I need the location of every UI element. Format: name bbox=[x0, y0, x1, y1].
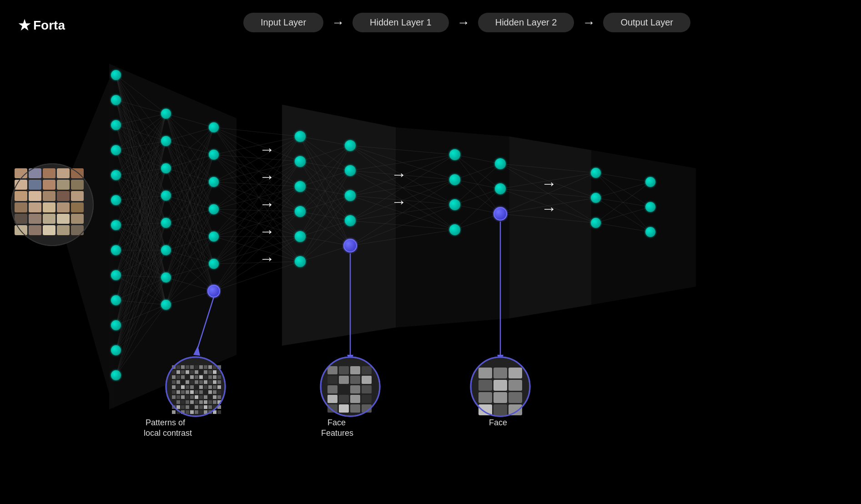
svg-rect-358 bbox=[43, 202, 55, 212]
svg-point-320 bbox=[449, 199, 460, 210]
svg-rect-462 bbox=[208, 400, 212, 404]
svg-point-285 bbox=[111, 220, 121, 230]
svg-rect-394 bbox=[199, 370, 203, 374]
svg-rect-451 bbox=[208, 395, 212, 399]
svg-point-303 bbox=[209, 204, 219, 214]
svg-point-317 bbox=[344, 239, 357, 252]
svg-rect-457 bbox=[186, 400, 189, 404]
svg-rect-368 bbox=[43, 225, 55, 235]
svg-rect-347 bbox=[29, 180, 41, 190]
svg-text:Face: Face bbox=[327, 418, 346, 427]
svg-point-309 bbox=[295, 181, 306, 192]
svg-rect-406 bbox=[204, 375, 207, 379]
svg-rect-438 bbox=[199, 390, 203, 394]
svg-rect-415 bbox=[195, 380, 198, 384]
svg-rect-449 bbox=[199, 395, 203, 399]
svg-point-312 bbox=[295, 256, 306, 267]
svg-text:→: → bbox=[259, 195, 275, 212]
svg-point-284 bbox=[111, 195, 121, 205]
svg-rect-497 bbox=[327, 376, 337, 384]
svg-point-328 bbox=[645, 177, 655, 187]
svg-point-313 bbox=[345, 140, 356, 151]
svg-rect-378 bbox=[176, 365, 180, 369]
svg-rect-437 bbox=[195, 390, 198, 394]
svg-rect-498 bbox=[339, 376, 349, 384]
svg-point-318 bbox=[449, 149, 460, 160]
svg-text:→: → bbox=[259, 168, 275, 185]
svg-point-306 bbox=[208, 285, 220, 297]
svg-rect-383 bbox=[199, 365, 203, 369]
svg-rect-493 bbox=[327, 366, 337, 374]
svg-text:→: → bbox=[391, 193, 407, 210]
svg-point-311 bbox=[295, 231, 306, 242]
svg-point-330 bbox=[645, 227, 655, 237]
svg-rect-424 bbox=[186, 385, 189, 389]
svg-rect-461 bbox=[204, 400, 207, 404]
svg-point-326 bbox=[591, 193, 601, 203]
svg-point-329 bbox=[645, 202, 655, 212]
svg-rect-441 bbox=[213, 390, 217, 394]
svg-rect-523 bbox=[493, 380, 507, 391]
svg-rect-435 bbox=[186, 390, 189, 394]
svg-point-307 bbox=[295, 131, 306, 142]
svg-rect-466 bbox=[176, 405, 180, 409]
svg-point-292 bbox=[161, 109, 171, 119]
svg-rect-454 bbox=[172, 400, 176, 404]
svg-point-298 bbox=[161, 272, 171, 282]
svg-rect-429 bbox=[208, 385, 212, 389]
svg-rect-472 bbox=[204, 405, 207, 409]
svg-rect-425 bbox=[190, 385, 194, 389]
svg-rect-399 bbox=[172, 375, 176, 379]
svg-rect-521 bbox=[509, 368, 522, 378]
svg-rect-400 bbox=[176, 375, 180, 379]
svg-rect-432 bbox=[172, 390, 176, 394]
svg-point-289 bbox=[111, 320, 121, 330]
svg-point-293 bbox=[161, 136, 171, 146]
svg-text:Features: Features bbox=[321, 428, 353, 438]
svg-rect-390 bbox=[181, 370, 185, 374]
svg-rect-467 bbox=[181, 405, 185, 409]
svg-rect-408 bbox=[213, 375, 217, 379]
svg-rect-427 bbox=[199, 385, 203, 389]
svg-rect-510 bbox=[339, 404, 349, 413]
svg-rect-411 bbox=[176, 380, 180, 384]
svg-point-302 bbox=[209, 177, 219, 187]
svg-point-322 bbox=[495, 158, 506, 169]
svg-rect-359 bbox=[57, 202, 70, 212]
svg-rect-506 bbox=[339, 395, 349, 403]
svg-rect-524 bbox=[509, 380, 522, 391]
svg-point-310 bbox=[295, 206, 306, 217]
svg-rect-522 bbox=[478, 380, 492, 391]
svg-rect-403 bbox=[190, 375, 194, 379]
svg-rect-410 bbox=[172, 380, 176, 384]
svg-rect-502 bbox=[339, 385, 349, 393]
svg-rect-391 bbox=[186, 370, 189, 374]
svg-rect-419 bbox=[213, 380, 217, 384]
svg-text:Face: Face bbox=[489, 418, 507, 427]
svg-point-282 bbox=[111, 145, 121, 155]
svg-point-295 bbox=[161, 191, 171, 201]
svg-rect-503 bbox=[350, 385, 360, 393]
svg-rect-393 bbox=[195, 370, 198, 374]
svg-rect-389 bbox=[176, 370, 180, 374]
svg-rect-423 bbox=[181, 385, 185, 389]
svg-rect-494 bbox=[339, 366, 349, 374]
svg-marker-4 bbox=[591, 150, 696, 305]
svg-rect-460 bbox=[199, 400, 203, 404]
svg-point-291 bbox=[111, 370, 121, 380]
svg-rect-455 bbox=[176, 400, 180, 404]
svg-point-300 bbox=[209, 122, 219, 132]
svg-rect-397 bbox=[213, 370, 217, 374]
svg-rect-417 bbox=[204, 380, 207, 384]
svg-point-297 bbox=[161, 245, 171, 255]
svg-rect-351 bbox=[15, 191, 27, 201]
svg-rect-509 bbox=[327, 404, 337, 413]
svg-point-314 bbox=[345, 165, 356, 176]
svg-text:→: → bbox=[259, 250, 275, 267]
svg-text:Patterns of: Patterns of bbox=[146, 418, 186, 427]
svg-point-299 bbox=[161, 300, 171, 310]
svg-rect-504 bbox=[362, 385, 372, 393]
svg-point-286 bbox=[111, 245, 121, 255]
svg-point-321 bbox=[449, 224, 460, 235]
svg-rect-361 bbox=[15, 214, 27, 224]
